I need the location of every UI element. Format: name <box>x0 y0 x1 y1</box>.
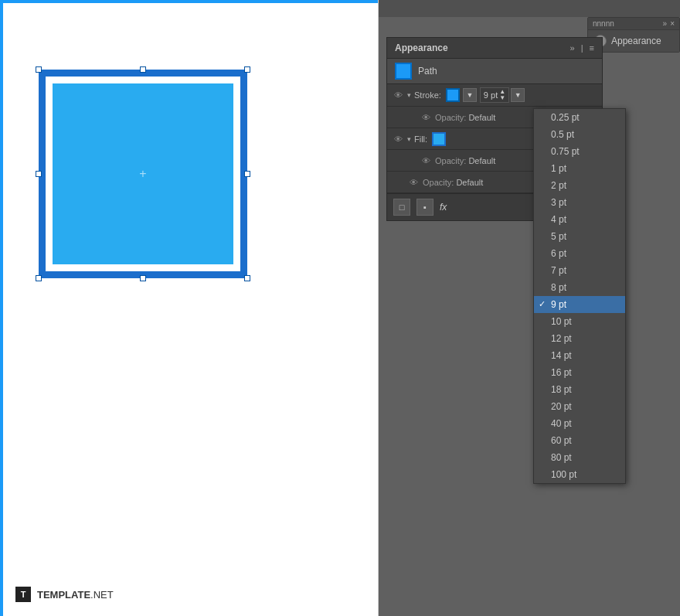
toolbar-square-btn[interactable]: □ <box>393 199 410 216</box>
path-row: Path <box>387 59 602 84</box>
shape-container[interactable]: + <box>39 70 247 278</box>
stroke-spin-up: ▲▼ <box>499 89 505 101</box>
dropdown-item[interactable]: 6 pt <box>534 245 625 262</box>
canvas-branding: T TEMPLATE.NET <box>15 587 114 602</box>
panel-title: Appearance <box>395 43 448 53</box>
dropdown-item[interactable]: 0.5 pt <box>534 126 625 143</box>
stroke-value-input[interactable]: 9 pt ▲▼ <box>480 87 509 103</box>
stroke-style-dropdown[interactable]: ▼ <box>463 88 477 102</box>
dropdown-item[interactable]: 16 pt <box>534 364 625 381</box>
dropdown-item[interactable]: 8 pt <box>534 279 625 296</box>
fill-opacity-eye[interactable]: 👁 <box>420 155 432 167</box>
top-strip <box>379 0 680 17</box>
dropdown-item[interactable]: 5 pt <box>534 228 625 245</box>
dropdown-item[interactable]: 10 pt <box>534 313 625 330</box>
global-opacity-label: Opacity: <box>423 178 456 187</box>
dock-bar-icons: » × <box>663 19 675 28</box>
global-opacity-value[interactable]: Default <box>456 178 483 187</box>
divider: | <box>581 43 583 53</box>
stroke-opacity-value[interactable]: Default <box>468 113 495 122</box>
dropdown-item[interactable]: 7 pt <box>534 262 625 279</box>
dropdown-item[interactable]: 0.25 pt <box>534 109 625 126</box>
global-opacity-eye[interactable]: 👁 <box>407 176 420 189</box>
handle-top-mid[interactable] <box>140 66 146 73</box>
stroke-opacity-label: Opacity: <box>435 113 468 122</box>
fill-eye-icon[interactable]: 👁 <box>392 133 404 145</box>
fill-color-swatch[interactable] <box>432 132 446 146</box>
shape-fill: + <box>53 83 233 264</box>
dropdown-item[interactable]: 80 pt <box>534 449 625 466</box>
path-label: Path <box>418 66 437 77</box>
dropdown-item[interactable]: 3 pt <box>534 194 625 211</box>
center-cross: + <box>139 167 146 181</box>
dropdown-item[interactable]: 20 pt <box>534 398 625 415</box>
shape-outer: + <box>39 70 247 278</box>
dock-expand-icon[interactable]: » <box>663 19 668 28</box>
path-icon <box>395 63 412 80</box>
stroke-row: 👁 ▾ Stroke: ▼ 9 pt ▲▼ ▼ <box>387 84 602 107</box>
handle-top-left[interactable] <box>36 66 42 73</box>
stroke-color-swatch[interactable] <box>446 88 460 102</box>
toolbar-fx-btn[interactable]: fx <box>440 202 447 213</box>
dock-bar-header: nnnnn » × <box>588 18 679 30</box>
handle-bottom-mid[interactable] <box>140 275 146 281</box>
dropdown-item[interactable]: 14 pt <box>534 347 625 364</box>
dropdown-item[interactable]: 4 pt <box>534 211 625 228</box>
brand-icon: T <box>15 587 31 602</box>
stroke-chevron[interactable]: ▾ <box>407 91 411 99</box>
handle-bottom-left[interactable] <box>36 275 42 281</box>
menu-icon[interactable]: ≡ <box>590 43 594 53</box>
fill-chevron[interactable]: ▾ <box>407 135 411 143</box>
stroke-size-dropdown[interactable]: 0.25 pt0.5 pt0.75 pt1 pt2 pt3 pt4 pt5 pt… <box>533 108 626 484</box>
expand-icon[interactable]: » <box>570 43 575 53</box>
fill-opacity-value[interactable]: Default <box>468 156 495 165</box>
fill-label: Fill: <box>414 134 427 144</box>
stroke-label: Stroke: <box>414 90 441 100</box>
handle-left-mid[interactable] <box>36 171 42 177</box>
dock-bar-title: nnnnn <box>593 19 614 28</box>
panel-header-icons: » | ≡ <box>570 43 594 53</box>
dock-close-icon[interactable]: × <box>670 19 675 28</box>
brand-text: TEMPLATE.NET <box>37 589 114 601</box>
right-panel: Appearance » | ≡ Path 👁 ▾ Stroke: ▼ 9 pt… <box>379 0 680 616</box>
stroke-eye-icon[interactable]: 👁 <box>392 89 404 101</box>
dropdown-item[interactable]: 1 pt <box>534 160 625 177</box>
stroke-opacity-eye[interactable]: 👁 <box>420 111 432 124</box>
fill-opacity-label: Opacity: <box>435 156 468 165</box>
dropdown-item[interactable]: 100 pt <box>534 466 625 483</box>
dropdown-item[interactable]: 40 pt <box>534 415 625 432</box>
panel-header: Appearance » | ≡ <box>387 38 602 59</box>
canvas-area: + T TEMPLATE.NET <box>0 0 379 616</box>
dropdown-item[interactable]: 9 pt <box>534 296 625 313</box>
handle-right-mid[interactable] <box>244 171 250 177</box>
stroke-type-dropdown[interactable]: ▼ <box>511 88 525 102</box>
dropdown-item[interactable]: 18 pt <box>534 381 625 398</box>
dock-tab-label: Appearance <box>611 36 661 46</box>
dropdown-item[interactable]: 60 pt <box>534 432 625 449</box>
dropdown-item[interactable]: 2 pt <box>534 177 625 194</box>
toolbar-rect-btn[interactable]: ▪ <box>416 199 434 216</box>
dropdown-item[interactable]: 12 pt <box>534 330 625 347</box>
handle-bottom-right[interactable] <box>244 275 250 281</box>
handle-top-right[interactable] <box>244 66 250 73</box>
dropdown-item[interactable]: 0.75 pt <box>534 143 625 160</box>
